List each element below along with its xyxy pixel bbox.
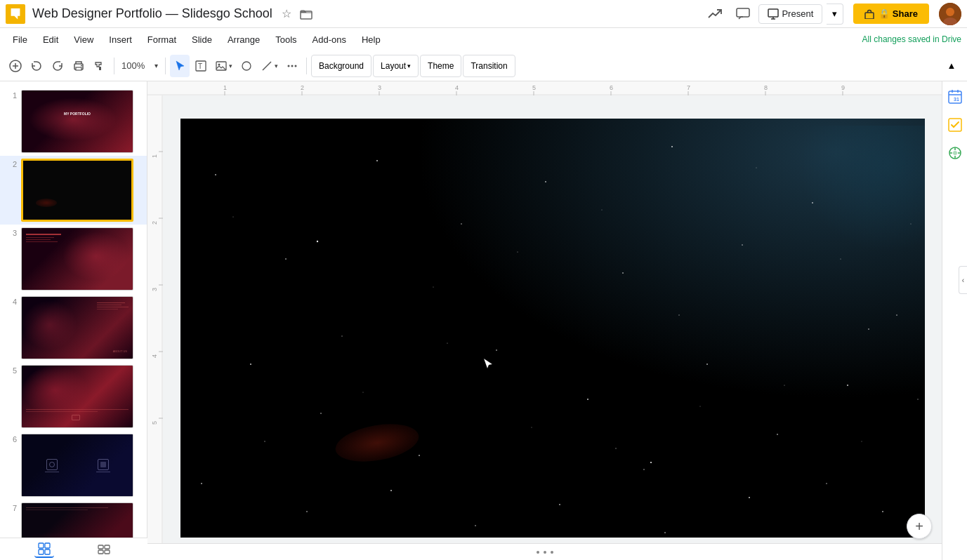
slide-item-4[interactable]: 4 ABOUT US — [0, 293, 147, 362]
slide-item-6[interactable]: 6 — [0, 431, 147, 500]
menu-format[interactable]: Format — [140, 32, 183, 48]
menu-slide[interactable]: Slide — [185, 32, 219, 48]
bottom-dot-2 — [544, 551, 546, 554]
star-icon[interactable]: ☆ — [279, 7, 294, 21]
present-button[interactable]: Present — [758, 4, 822, 24]
tasks-sidebar-icon[interactable] — [945, 115, 965, 135]
paint-format-button[interactable] — [90, 55, 110, 77]
background-button[interactable]: Background — [311, 55, 371, 77]
select-tool-button[interactable] — [170, 55, 190, 77]
transition-button[interactable]: Transition — [463, 55, 515, 77]
layout-button[interactable]: Layout ▾ — [373, 55, 419, 77]
undo-button[interactable] — [27, 55, 46, 77]
menu-file[interactable]: File — [6, 32, 34, 48]
present-dropdown[interactable]: ▾ — [827, 4, 843, 25]
app-icon — [6, 4, 25, 24]
zoom-control[interactable]: 100% ▾ — [119, 55, 161, 77]
svg-text:9: 9 — [841, 84, 845, 91]
svg-rect-126 — [105, 545, 110, 549]
user-avatar[interactable] — [939, 3, 961, 25]
layout-label: Layout — [381, 61, 406, 71]
compass-sidebar-icon[interactable] — [945, 143, 965, 163]
svg-rect-45 — [147, 95, 163, 560]
svg-text:5: 5 — [532, 84, 536, 91]
menu-edit[interactable]: Edit — [36, 32, 65, 48]
menu-tools[interactable]: Tools — [268, 32, 303, 48]
slide-item-5[interactable]: 5 — [0, 362, 147, 431]
svg-rect-124 — [45, 549, 50, 554]
list-view-button[interactable] — [94, 541, 114, 558]
grid-view-button[interactable] — [34, 541, 54, 558]
calendar-sidebar-icon[interactable]: 31 — [945, 87, 965, 107]
svg-rect-15 — [99, 67, 101, 70]
separator-1 — [114, 58, 114, 74]
expand-panel-button[interactable]: ‹ — [959, 266, 967, 294]
collapse-toolbar-button[interactable]: ▲ — [942, 56, 961, 76]
image-dropdown-icon: ▾ — [229, 62, 232, 69]
svg-rect-127 — [98, 550, 103, 554]
slide-item-3[interactable]: 3 — [0, 225, 147, 293]
menu-help[interactable]: Help — [355, 32, 388, 48]
dropdown-arrow: ▾ — [832, 8, 837, 19]
slide-thumb-3 — [21, 227, 133, 291]
text-tool-button[interactable]: T — [191, 55, 211, 77]
menu-addons[interactable]: Add-ons — [305, 32, 353, 48]
menubar: File Edit View Insert Format Slide Arran… — [0, 28, 967, 51]
svg-text:8: 8 — [764, 84, 768, 91]
layout-dropdown-icon: ▾ — [407, 62, 411, 69]
print-button[interactable] — [69, 55, 88, 77]
slides-panel: 1 MY PORTFOLIO 2 3 — [0, 81, 147, 560]
right-sidebar: 31 — [942, 81, 967, 560]
share-button[interactable]: 🔒 Share — [853, 4, 929, 24]
image-tool-button[interactable]: ▾ — [212, 55, 235, 77]
canvas-wrapper: 1 2 3 4 5 — [147, 95, 942, 560]
svg-point-23 — [291, 65, 294, 67]
canvas-area[interactable] — [163, 95, 942, 560]
zoom-dropdown-icon: ▾ — [154, 62, 158, 69]
trends-icon[interactable] — [704, 3, 726, 25]
slide-thumb-4: ABOUT US — [21, 296, 133, 359]
more-tools-button[interactable] — [282, 55, 302, 77]
bottom-dot-1 — [537, 551, 539, 554]
add-new-slide-button[interactable]: + — [907, 514, 932, 539]
ruler-horizontal: 1 2 3 4 5 6 7 8 9 — [147, 81, 942, 95]
shape-tool-button[interactable] — [237, 55, 256, 77]
svg-point-22 — [288, 65, 290, 67]
slide-canvas[interactable] — [180, 119, 925, 538]
save-status: All changes saved in Drive — [862, 34, 961, 44]
svg-text:6: 6 — [610, 84, 613, 91]
slides-panel-bottom — [0, 538, 147, 560]
expand-icon: ‹ — [962, 276, 964, 284]
slide-number-1: 1 — [6, 90, 17, 100]
slide-thumb-5 — [21, 365, 133, 428]
slide-number-4: 4 — [6, 296, 17, 306]
theme-button[interactable]: Theme — [420, 55, 461, 77]
svg-line-21 — [263, 62, 271, 70]
svg-point-14 — [81, 65, 82, 66]
menu-arrange[interactable]: Arrange — [221, 32, 267, 48]
slide-number-5: 5 — [6, 365, 17, 375]
ruler-vertical: 1 2 3 4 5 — [147, 95, 163, 560]
folder-icon[interactable] — [299, 7, 313, 21]
svg-rect-25 — [147, 81, 942, 95]
slide-number-6: 6 — [6, 434, 17, 444]
menu-insert[interactable]: Insert — [102, 32, 139, 48]
comments-icon[interactable] — [732, 3, 754, 25]
main-area: 1 MY PORTFOLIO 2 3 — [0, 81, 967, 560]
svg-rect-121 — [39, 543, 44, 548]
line-dropdown-icon: ▾ — [275, 62, 278, 69]
slide-number-2: 2 — [6, 159, 17, 168]
svg-text:3: 3 — [151, 288, 158, 291]
slide-item-1[interactable]: 1 MY PORTFOLIO — [0, 87, 147, 156]
svg-rect-13 — [76, 67, 81, 70]
add-slide-icon: + — [915, 519, 923, 535]
svg-point-19 — [218, 63, 221, 65]
redo-button[interactable] — [48, 55, 67, 77]
slide-item-2[interactable]: 2 — [0, 156, 147, 225]
svg-text:4: 4 — [151, 354, 158, 358]
svg-text:7: 7 — [687, 84, 690, 91]
menu-view[interactable]: View — [67, 32, 100, 48]
add-button[interactable] — [6, 55, 25, 77]
slide-thumb-2 — [21, 159, 133, 222]
line-tool-button[interactable]: ▾ — [258, 55, 281, 77]
